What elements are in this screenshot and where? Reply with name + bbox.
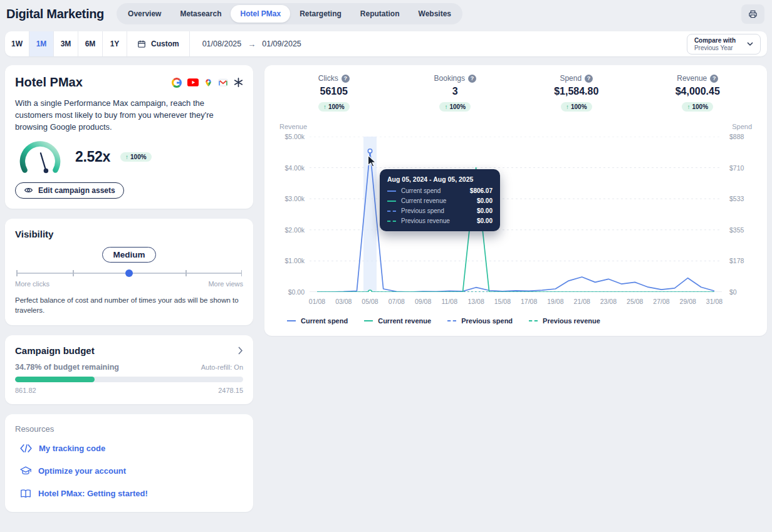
y-axis-tick: $2.00k <box>277 226 305 234</box>
x-axis-tick: 13/08 <box>467 298 484 305</box>
arrow-right-icon <box>248 39 256 49</box>
chevron-down-icon <box>747 42 753 46</box>
tab-metasearch[interactable]: Metasearch <box>170 5 231 23</box>
compare-value: Previous Year <box>694 44 736 51</box>
x-axis-labels: 01/0803/0805/0807/0809/0811/0813/0815/08… <box>310 298 722 308</box>
budget-max-value: 2478.15 <box>218 387 243 394</box>
tab-hotel-pmax[interactable]: Hotel PMax <box>231 5 290 23</box>
roas-gauge-icon <box>15 138 65 176</box>
google-icon <box>172 78 182 88</box>
optimize-account-link[interactable]: Optimize your account <box>20 466 243 476</box>
series-swatch <box>387 211 396 212</box>
spend-revenue-chart: Revenue Spend $5.00k$4.00k$3.00k$2.00k$1… <box>277 123 754 308</box>
x-axis-tick: 09/08 <box>415 298 431 305</box>
tooltip-row: Previous spend$0.00 <box>387 207 493 214</box>
filters-toolbar: 1W 1M 3M 6M 1Y Custom 01/08/2025 01/09/2… <box>5 31 767 56</box>
date-range-selector: 1W 1M 3M 6M 1Y Custom <box>5 31 190 56</box>
budget-min-value: 861.82 <box>15 387 36 394</box>
x-axis-tick: 31/08 <box>706 298 722 305</box>
calendar-icon <box>137 39 146 48</box>
help-icon[interactable] <box>342 75 350 83</box>
help-icon[interactable] <box>710 75 718 83</box>
x-axis-tick: 07/08 <box>389 298 405 305</box>
top-header: Digital Marketing Overview Metasearch Ho… <box>0 0 772 28</box>
x-axis-tick: 11/08 <box>442 298 458 305</box>
x-axis-tick: 05/08 <box>362 298 378 305</box>
kpi-clicks: Clicks 56105 100% <box>273 74 395 112</box>
resources-card: Resources My tracking code Optimize your… <box>5 414 253 512</box>
chevron-right-icon[interactable] <box>238 347 243 355</box>
tab-retargeting[interactable]: Retargeting <box>290 5 351 23</box>
print-button[interactable] <box>741 4 764 24</box>
tooltip-row: Previous revenue$0.00 <box>387 217 493 224</box>
slider-right-label: More views <box>208 280 243 288</box>
edit-campaign-assets-button[interactable]: Edit campaign assets <box>15 182 124 199</box>
range-1m-button[interactable]: 1M <box>29 31 54 56</box>
code-icon <box>20 444 32 452</box>
printer-icon <box>748 9 758 19</box>
tooltip-row: Current spend$806.07 <box>387 187 493 194</box>
legend-previous-spend[interactable]: Previous spend <box>447 317 513 325</box>
my-tracking-code-link[interactable]: My tracking code <box>20 444 243 453</box>
main-tabs: Overview Metasearch Hotel PMax Retargeti… <box>117 3 462 24</box>
legend-current-revenue[interactable]: Current revenue <box>364 317 431 325</box>
range-custom-button[interactable]: Custom <box>127 31 190 56</box>
youtube-icon <box>187 78 199 86</box>
y-axis-tick: $888 <box>724 133 754 140</box>
sparkle-icon <box>234 78 243 87</box>
right-axis-labels: $888$710$533$355$178$0 <box>724 123 754 308</box>
compare-with-dropdown[interactable]: Compare with Previous Year <box>687 34 761 55</box>
arrow-up-icon <box>566 103 571 110</box>
roas-delta-badge: 100% <box>120 152 152 162</box>
chart-plot-area[interactable] <box>310 137 722 292</box>
line-swatch <box>364 320 373 321</box>
roas-value: 2.52x <box>75 149 110 165</box>
visibility-slider[interactable] <box>16 269 242 278</box>
y-axis-tick: $4.00k <box>277 164 305 172</box>
performance-chart-card: Clicks 56105 100% Bookings 3 100% Spend … <box>264 65 767 336</box>
y-axis-tick: $355 <box>724 226 754 234</box>
x-axis-tick: 23/08 <box>600 298 617 305</box>
range-1w-button[interactable]: 1W <box>5 31 29 56</box>
arrow-up-icon <box>323 103 328 110</box>
tab-websites[interactable]: Websites <box>409 5 461 23</box>
arrow-up-icon <box>444 103 449 110</box>
tooltip-title: Aug 05, 2024 - Aug 05, 2025 <box>387 175 493 183</box>
left-column: Hotel PMax <box>5 65 253 522</box>
legend-current-spend[interactable]: Current spend <box>287 317 348 325</box>
x-axis-tick: 15/08 <box>494 298 511 305</box>
series-swatch <box>387 221 396 222</box>
date-range-display: 01/08/2025 01/09/2025 <box>202 39 301 49</box>
tooltip-row: Current revenue$0.00 <box>387 197 493 204</box>
getting-started-link[interactable]: Hotel PMax: Getting started! <box>20 489 243 498</box>
line-swatch <box>447 320 456 321</box>
help-icon[interactable] <box>585 75 593 83</box>
line-swatch <box>287 320 296 321</box>
kpi-spend: Spend $1,584.80 100% <box>516 74 637 112</box>
x-axis-tick: 03/08 <box>335 298 352 305</box>
budget-remaining-label: 34.78% of budget remaining <box>15 363 119 372</box>
budget-progress-fill <box>15 377 95 382</box>
tab-overview[interactable]: Overview <box>118 5 170 23</box>
pmax-card-title: Hotel PMax <box>15 75 83 90</box>
help-icon[interactable] <box>468 75 476 83</box>
range-1y-button[interactable]: 1Y <box>103 31 127 56</box>
y-axis-tick: $533 <box>724 195 754 202</box>
tab-reputation[interactable]: Reputation <box>351 5 409 23</box>
budget-progress-bar <box>15 377 243 382</box>
date-from: 01/08/2025 <box>202 39 242 48</box>
range-3m-button[interactable]: 3M <box>54 31 78 56</box>
compare-label: Compare with <box>694 37 736 44</box>
chart-tooltip: Aug 05, 2024 - Aug 05, 2025 Current spen… <box>380 169 500 231</box>
y-axis-tick: $3.00k <box>277 195 305 202</box>
range-6m-button[interactable]: 6M <box>78 31 103 56</box>
hotel-pmax-card: Hotel PMax <box>5 65 253 209</box>
kpi-revenue: Revenue $4,000.45 100% <box>637 74 759 112</box>
legend-previous-revenue[interactable]: Previous revenue <box>529 317 600 325</box>
chart-legend: Current spend Current revenue Previous s… <box>287 317 758 325</box>
campaign-budget-card[interactable]: Campaign budget 34.78% of budget remaini… <box>5 335 253 404</box>
x-axis-tick: 17/08 <box>521 298 537 305</box>
autorefill-status: Auto-refill: On <box>201 363 243 371</box>
series-swatch <box>387 190 396 192</box>
slider-thumb[interactable] <box>125 269 133 277</box>
